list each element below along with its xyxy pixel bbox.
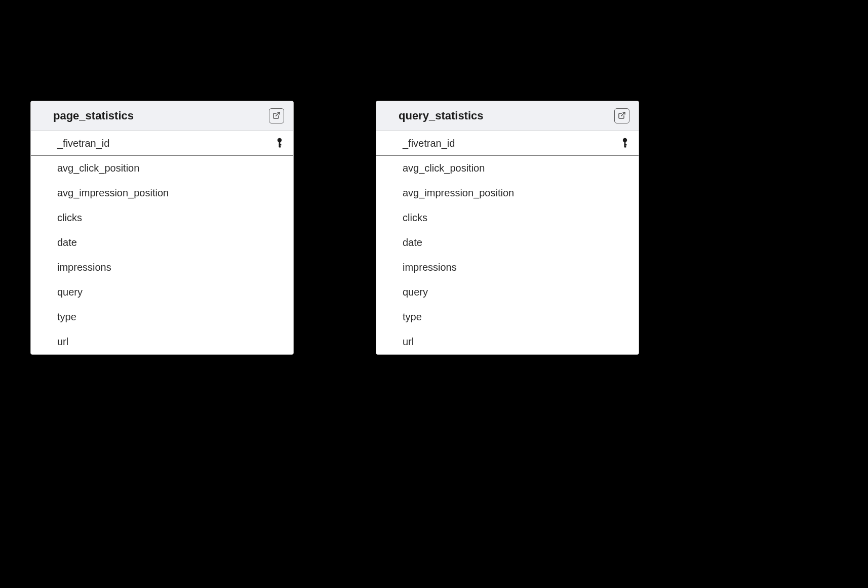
column-row[interactable]: avg_impression_position xyxy=(376,181,639,205)
column-name: avg_impression_position xyxy=(57,187,169,199)
column-name: url xyxy=(403,336,414,348)
column-name: clicks xyxy=(403,212,427,224)
column-row[interactable]: type xyxy=(31,305,293,329)
svg-line-5 xyxy=(621,112,625,116)
svg-point-6 xyxy=(623,138,627,142)
column-row[interactable]: date xyxy=(376,230,639,255)
column-name: _fivetran_id xyxy=(57,138,109,149)
key-icon xyxy=(275,138,284,149)
column-row[interactable]: _fivetran_id xyxy=(376,131,639,156)
column-row[interactable]: clicks xyxy=(31,205,293,230)
column-row[interactable]: avg_click_position xyxy=(31,156,293,181)
svg-rect-4 xyxy=(279,146,281,147)
svg-line-0 xyxy=(276,112,280,116)
open-button[interactable] xyxy=(614,108,629,123)
table-title: page_statistics xyxy=(53,109,134,122)
external-link-icon xyxy=(618,111,626,121)
column-name: type xyxy=(403,311,422,323)
column-row[interactable]: clicks xyxy=(376,205,639,230)
table-title: query_statistics xyxy=(399,109,484,122)
column-name: impressions xyxy=(403,262,457,273)
column-row[interactable]: avg_impression_position xyxy=(31,181,293,205)
column-row[interactable]: query xyxy=(31,280,293,305)
table-header: page_statistics xyxy=(31,101,293,131)
column-row[interactable]: type xyxy=(376,305,639,329)
column-name: type xyxy=(57,311,76,323)
column-name: query xyxy=(403,286,428,298)
columns-list: _fivetran_id avg_click_position avg_impr… xyxy=(31,131,293,354)
svg-rect-3 xyxy=(279,144,282,145)
column-row[interactable]: _fivetran_id xyxy=(31,131,293,156)
svg-rect-9 xyxy=(624,146,626,147)
table-header: query_statistics xyxy=(376,101,639,131)
external-link-icon xyxy=(272,111,281,121)
column-row[interactable]: url xyxy=(376,329,639,354)
column-row[interactable]: impressions xyxy=(31,255,293,280)
columns-list: _fivetran_id avg_click_position avg_impr… xyxy=(376,131,639,354)
column-name: avg_click_position xyxy=(57,162,139,174)
column-row[interactable]: url xyxy=(31,329,293,354)
column-row[interactable]: avg_click_position xyxy=(376,156,639,181)
column-name: date xyxy=(403,237,422,248)
key-icon xyxy=(620,138,629,149)
column-name: avg_impression_position xyxy=(403,187,514,199)
column-name: clicks xyxy=(57,212,82,224)
svg-point-1 xyxy=(278,138,282,142)
column-row[interactable]: date xyxy=(31,230,293,255)
column-name: _fivetran_id xyxy=(403,138,455,149)
column-name: query xyxy=(57,286,83,298)
table-card-page-statistics[interactable]: page_statistics _fivetran_id xyxy=(30,101,294,355)
column-name: avg_click_position xyxy=(403,162,485,174)
column-row[interactable]: query xyxy=(376,280,639,305)
column-name: date xyxy=(57,237,77,248)
column-name: impressions xyxy=(57,262,111,273)
column-row[interactable]: impressions xyxy=(376,255,639,280)
svg-rect-8 xyxy=(624,144,627,145)
column-name: url xyxy=(57,336,68,348)
canvas: page_statistics _fivetran_id xyxy=(0,0,868,588)
table-card-query-statistics[interactable]: query_statistics _fivetran_id xyxy=(376,101,639,355)
open-button[interactable] xyxy=(269,108,284,123)
